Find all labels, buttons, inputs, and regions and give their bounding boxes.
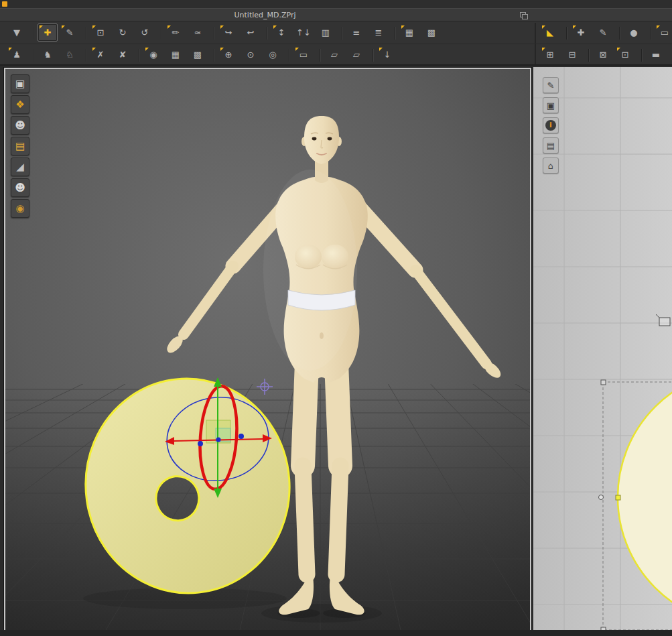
button[interactable]: ⊕ <box>218 46 239 64</box>
layer-down[interactable]: ≣ <box>368 23 389 42</box>
title-bar[interactable]: Untitled_MD.ZPrj <box>0 8 672 21</box>
free-sewing[interactable]: ↩ <box>241 23 261 42</box>
edit-texture-2d[interactable]: ✎ <box>543 77 559 93</box>
pattern-slash[interactable]: ✗ <box>90 46 111 64</box>
show-grid-toggle-2d[interactable]: ⌂ <box>543 157 559 174</box>
show-info-2d[interactable]: i <box>543 117 559 133</box>
tool-icon: ≡ <box>353 28 360 37</box>
fabric-b[interactable]: ▩ <box>188 46 208 64</box>
tool-icon: ▼ <box>13 28 20 37</box>
edit-sewing-2d[interactable]: ⊠ <box>593 46 613 64</box>
show-bounding-surface[interactable]: ◉ <box>11 199 29 218</box>
float-window-icon[interactable] <box>519 11 528 19</box>
press-tool[interactable]: ▬ <box>646 46 666 64</box>
tool-icon: ✎ <box>66 28 74 37</box>
toggle-icon: ◢ <box>16 162 24 172</box>
tool-icon: ↑↓ <box>296 28 311 37</box>
fold-arrangement[interactable]: ↕ <box>271 23 291 42</box>
rotate-cw[interactable]: ↻ <box>113 23 133 42</box>
show-shoes[interactable]: ◢ <box>11 157 29 176</box>
show-base-pattern-2d[interactable]: ▤ <box>543 137 559 153</box>
avatar-walk[interactable]: ♟ <box>7 46 27 64</box>
viewport-3d-toggles: ▣❖☻▤◢☻◉ <box>11 74 29 218</box>
polygon-tool[interactable]: ▭ <box>655 23 672 42</box>
tool-icon: ↓ <box>384 50 391 59</box>
tool-icon: ✏ <box>172 28 180 37</box>
edit-pattern[interactable]: ✏ <box>165 23 186 42</box>
toolbar-3d-row2: ♟♞♘✗✘◉▦▩⊕⊙◎▭▱▱↓ <box>7 46 397 64</box>
handle-top-left[interactable] <box>601 380 606 385</box>
toggle-icon: ☻ <box>15 121 25 131</box>
edit-point-2d[interactable]: ✎ <box>593 23 613 42</box>
menu-bar <box>0 0 672 8</box>
fabric-a[interactable]: ▦ <box>165 46 186 64</box>
tool-icon: ✚ <box>578 28 585 37</box>
toggle-icon: ▤ <box>15 141 25 151</box>
show-grid[interactable]: ▦ <box>399 23 419 42</box>
toggle-icon: i <box>545 120 556 131</box>
fasten[interactable]: ◎ <box>263 46 283 64</box>
free-sewing-2d[interactable]: ⊟ <box>562 46 582 64</box>
tool-icon: ✘ <box>119 50 127 59</box>
toggle-icon: ▣ <box>547 101 555 110</box>
simulate[interactable]: ▼ <box>7 23 27 42</box>
tool-icon: ▥ <box>322 28 330 37</box>
grading-tool[interactable]: ⊡ <box>615 46 635 64</box>
flatten-a[interactable]: ▱ <box>324 46 344 64</box>
tool-icon: ◉ <box>149 50 157 59</box>
avatar-size[interactable]: ♘ <box>60 46 80 64</box>
sewing-2d[interactable]: ⊞ <box>540 46 560 64</box>
attach-buttons[interactable]: ▥ <box>316 23 336 42</box>
tool-icon: ◣ <box>547 28 553 37</box>
handle-mid-left[interactable] <box>599 495 604 500</box>
tool-icon: ↕ <box>278 28 285 37</box>
rotate-ccw[interactable]: ↺ <box>135 23 155 42</box>
edit-curvature[interactable]: ≈ <box>188 23 208 42</box>
pattern-cut[interactable]: ✘ <box>113 46 133 64</box>
show-arrangement-points[interactable]: ▤ <box>11 137 29 155</box>
add-point-2d[interactable]: ● <box>624 23 644 42</box>
drop-arrow[interactable]: ↓ <box>377 46 397 64</box>
flatten-b[interactable]: ▱ <box>346 46 366 64</box>
buttonhole[interactable]: ⊙ <box>241 46 261 64</box>
transform-pattern-2d[interactable]: ◣ <box>540 23 560 42</box>
show-internal-lines[interactable]: ❖ <box>11 95 29 114</box>
tool-icon: ✚ <box>44 28 52 37</box>
tool-icon: ⊡ <box>622 50 629 59</box>
toolbar-2d-row1: ◣✚✎●▭□ <box>540 23 672 42</box>
select-pen[interactable]: ✎ <box>60 23 80 42</box>
toolbar-divider <box>535 23 536 64</box>
measure[interactable]: ▭ <box>293 46 314 64</box>
tool-icon: ▦ <box>172 50 180 59</box>
tool-icon: ↻ <box>119 28 127 37</box>
edit-pattern-2d[interactable]: ✚ <box>571 23 591 42</box>
viewport-2d-toggles: ✎▣i▤⌂ <box>543 77 559 174</box>
pin[interactable]: ◉ <box>143 46 163 64</box>
app-icon[interactable] <box>2 1 7 7</box>
show-pattern-2d[interactable]: ▣ <box>543 97 559 113</box>
pattern-point[interactable] <box>616 495 620 500</box>
tool-icon: ↪ <box>225 28 232 37</box>
tool-icon: ♟ <box>13 50 21 59</box>
tool-icon: ✗ <box>97 50 105 59</box>
show-head[interactable]: ☻ <box>11 178 29 197</box>
segment-sewing[interactable]: ↪ <box>218 23 239 42</box>
show-avatar[interactable]: ☻ <box>11 116 29 135</box>
tool-icon: ▱ <box>353 50 360 59</box>
toggle-icon: ▣ <box>15 79 25 89</box>
viewport-3d[interactable]: ▣❖☻▤◢☻◉ <box>5 69 530 630</box>
viewport-2d[interactable]: ✎▣i▤⌂ <box>533 67 672 630</box>
tool-icon: ⊟ <box>569 50 576 59</box>
snap-to-grid[interactable]: ▩ <box>421 23 442 42</box>
move-pattern[interactable]: ⊡ <box>90 23 111 42</box>
tack-on-avatar[interactable]: ↑↓ <box>293 23 314 42</box>
show-3d-garment[interactable]: ▣ <box>11 74 29 93</box>
avatar-pose[interactable]: ♞ <box>38 46 58 64</box>
layer-up[interactable]: ≡ <box>346 23 366 42</box>
window-title: Untitled_MD.ZPrj <box>0 11 530 19</box>
select-move[interactable]: ✚ <box>38 23 58 42</box>
viewport-3d-canvas[interactable] <box>5 69 530 630</box>
tool-icon: ≣ <box>375 28 383 37</box>
tool-icon: ▭ <box>299 50 308 59</box>
tool-icon: ▬ <box>652 50 660 59</box>
